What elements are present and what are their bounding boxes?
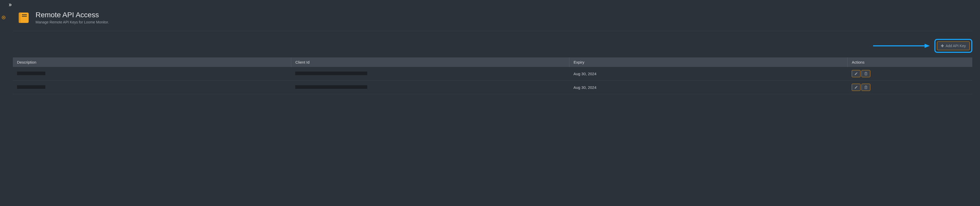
api-keys-table-wrap: Description Client Id Expiry Actions Aug… <box>13 57 972 94</box>
redacted-text <box>295 71 367 75</box>
edit-button[interactable] <box>852 84 861 91</box>
table-row: Aug 30, 2024 <box>13 67 972 81</box>
redacted-text <box>17 71 45 75</box>
cell-client-id <box>291 81 569 94</box>
col-header-actions: Actions <box>848 57 972 67</box>
plus-icon: ✚ <box>941 44 944 48</box>
redacted-text <box>295 85 367 89</box>
main-content: Remote API Access Manage Remote API Keys… <box>13 0 980 94</box>
trash-icon <box>864 72 868 76</box>
pencil-icon <box>854 86 858 89</box>
cell-expiry: Aug 30, 2024 <box>570 67 848 81</box>
delete-button[interactable] <box>862 84 870 91</box>
left-rail <box>0 0 9 206</box>
svg-marker-4 <box>924 44 930 48</box>
expand-sidebar-icon[interactable] <box>8 3 12 8</box>
trash-icon <box>864 86 868 89</box>
annotation-arrow <box>873 43 930 48</box>
svg-rect-2 <box>22 16 27 17</box>
cell-description <box>13 81 291 94</box>
cell-client-id <box>291 67 569 81</box>
svg-rect-1 <box>22 14 27 15</box>
delete-button[interactable] <box>862 70 870 77</box>
cell-actions <box>848 67 972 81</box>
cell-expiry: Aug 30, 2024 <box>570 81 848 94</box>
page-title: Remote API Access <box>35 11 109 19</box>
cell-description <box>13 67 291 81</box>
api-keys-table: Description Client Id Expiry Actions Aug… <box>13 57 972 94</box>
col-header-expiry[interactable]: Expiry <box>570 57 848 67</box>
edit-button[interactable] <box>852 70 861 77</box>
toolbar: ✚ Add API Key <box>13 39 972 53</box>
col-header-client-id[interactable]: Client Id <box>291 57 569 67</box>
table-header-row: Description Client Id Expiry Actions <box>13 57 972 67</box>
book-icon <box>16 10 31 25</box>
col-header-description[interactable]: Description <box>13 57 291 67</box>
redacted-text <box>17 85 45 89</box>
table-row: Aug 30, 2024 <box>13 81 972 94</box>
pencil-icon <box>854 72 858 76</box>
add-api-key-button[interactable]: ✚ Add API Key <box>937 41 970 50</box>
page-header: Remote API Access Manage Remote API Keys… <box>13 10 972 31</box>
rail-add-icon[interactable] <box>2 16 6 21</box>
add-api-key-label: Add API Key <box>945 44 966 48</box>
page-subtitle: Manage Remote API Keys for Loome Monitor… <box>35 20 109 24</box>
annotation-highlight: ✚ Add API Key <box>934 39 972 53</box>
cell-actions <box>848 81 972 94</box>
